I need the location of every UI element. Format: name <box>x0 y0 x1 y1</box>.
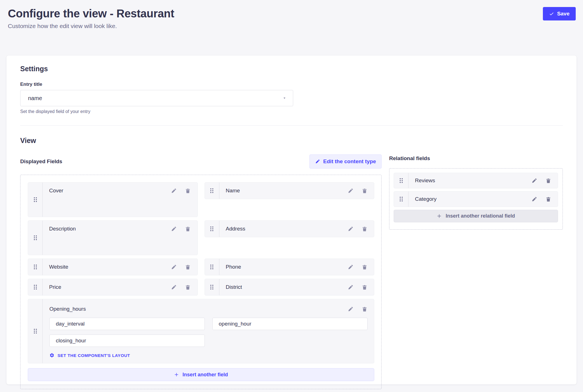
relational-card-category: Category <box>394 191 558 207</box>
delete-field-button[interactable] <box>361 264 368 270</box>
pencil-icon <box>171 226 177 232</box>
set-component-layout-button[interactable]: SET THE COMPONENT'S LAYOUT <box>49 353 374 358</box>
drag-handle-icon <box>209 264 215 270</box>
drag-handle[interactable] <box>28 279 43 295</box>
pencil-icon <box>348 264 354 270</box>
field-label: Description <box>49 226 171 232</box>
delete-field-button[interactable] <box>185 187 191 194</box>
trash-icon <box>185 188 191 194</box>
field-card-price: Price <box>28 279 198 296</box>
set-component-layout-label: SET THE COMPONENT'S LAYOUT <box>58 353 130 358</box>
pencil-icon <box>315 159 320 164</box>
delete-field-button[interactable] <box>185 284 191 290</box>
drag-handle[interactable] <box>28 183 43 217</box>
edit-field-button[interactable] <box>171 187 177 194</box>
drag-handle-icon <box>209 226 215 232</box>
trash-icon <box>362 306 368 312</box>
delete-field-button[interactable] <box>361 284 368 290</box>
field-label: District <box>226 284 347 290</box>
field-card-district: District <box>205 279 375 296</box>
field-label: Price <box>49 284 171 290</box>
save-button[interactable]: Save <box>543 7 576 20</box>
trash-icon <box>545 178 551 184</box>
delete-field-button[interactable] <box>185 264 191 270</box>
component-subfield-closing-hour[interactable]: closing_hour <box>49 335 205 347</box>
delete-field-button[interactable] <box>185 225 191 232</box>
component-subfield-day-interval[interactable]: day_interval <box>49 318 205 330</box>
field-label: Website <box>49 264 171 270</box>
pencil-icon <box>348 284 354 290</box>
drag-handle-icon <box>32 328 38 334</box>
edit-field-button[interactable] <box>347 264 354 270</box>
edit-field-button[interactable] <box>347 187 354 194</box>
insert-another-field-button[interactable]: Insert another field <box>28 368 374 381</box>
edit-content-type-button[interactable]: Edit the content type <box>309 155 382 169</box>
pencil-icon <box>348 188 354 194</box>
drag-handle-icon <box>32 284 38 290</box>
edit-relational-field-button[interactable] <box>531 177 538 184</box>
drag-handle[interactable] <box>205 183 219 199</box>
delete-relational-field-button[interactable] <box>545 196 552 202</box>
relational-fields-dropzone: Reviews Category Insert another r <box>389 168 563 230</box>
edit-field-button[interactable] <box>171 284 177 290</box>
field-card-address: Address <box>205 220 375 237</box>
drag-handle[interactable] <box>28 299 43 363</box>
drag-handle-icon <box>32 264 38 270</box>
plus-icon <box>437 213 442 219</box>
drag-handle-icon <box>32 197 38 203</box>
field-label: Phone <box>226 264 347 270</box>
field-label: Cover <box>49 188 171 194</box>
drag-handle[interactable] <box>205 279 219 295</box>
drag-handle-icon <box>32 235 38 241</box>
component-subfield-opening-hour[interactable]: opening_hour <box>212 318 368 330</box>
edit-relational-field-button[interactable] <box>531 196 538 202</box>
edit-component-button[interactable] <box>347 306 354 312</box>
trash-icon <box>185 264 191 270</box>
trash-icon <box>185 226 191 232</box>
drag-handle-icon <box>209 188 215 194</box>
drag-handle[interactable] <box>205 221 219 237</box>
trash-icon <box>362 226 368 232</box>
caret-down-icon <box>282 96 287 100</box>
pencil-icon <box>531 196 537 202</box>
trash-icon <box>362 188 368 194</box>
page-title: Configure the view - Restaurant <box>8 7 575 20</box>
drag-handle[interactable] <box>28 221 43 255</box>
pencil-icon <box>348 226 354 232</box>
plus-icon <box>174 372 179 377</box>
insert-another-relational-field-button[interactable]: Insert another relational field <box>394 210 558 222</box>
delete-relational-field-button[interactable] <box>545 177 552 184</box>
drag-handle[interactable] <box>394 192 408 207</box>
pencil-icon <box>171 264 177 270</box>
entry-title-select[interactable]: name <box>20 90 293 106</box>
field-card-phone: Phone <box>205 259 375 275</box>
check-icon <box>549 11 554 16</box>
section-divider <box>20 125 563 126</box>
drag-handle-icon <box>398 177 404 184</box>
drag-handle[interactable] <box>394 173 408 188</box>
insert-another-relational-field-label: Insert another relational field <box>446 213 515 219</box>
edit-field-button[interactable] <box>347 225 354 232</box>
field-card-cover: Cover <box>28 182 198 217</box>
edit-field-button[interactable] <box>171 264 177 270</box>
drag-handle-icon <box>209 284 215 290</box>
pencil-icon <box>348 306 354 312</box>
drag-handle[interactable] <box>205 259 219 275</box>
trash-icon <box>362 284 368 290</box>
delete-component-button[interactable] <box>361 306 368 312</box>
insert-another-field-label: Insert another field <box>182 372 228 378</box>
pencil-icon <box>171 284 177 290</box>
entry-title-label: Entry title <box>20 82 563 87</box>
trash-icon <box>362 264 368 270</box>
field-card-name: Name <box>205 182 375 199</box>
edit-field-button[interactable] <box>347 284 354 290</box>
field-label: Name <box>226 188 347 194</box>
displayed-fields-label: Displayed Fields <box>20 158 62 165</box>
delete-field-button[interactable] <box>361 187 368 194</box>
drag-handle[interactable] <box>28 259 43 275</box>
pencil-icon <box>531 178 537 184</box>
displayed-fields-column: Displayed Fields Edit the content type C… <box>20 155 382 389</box>
page-header: Configure the view - Restaurant Customiz… <box>0 0 583 29</box>
delete-field-button[interactable] <box>361 225 368 232</box>
edit-field-button[interactable] <box>171 225 177 232</box>
